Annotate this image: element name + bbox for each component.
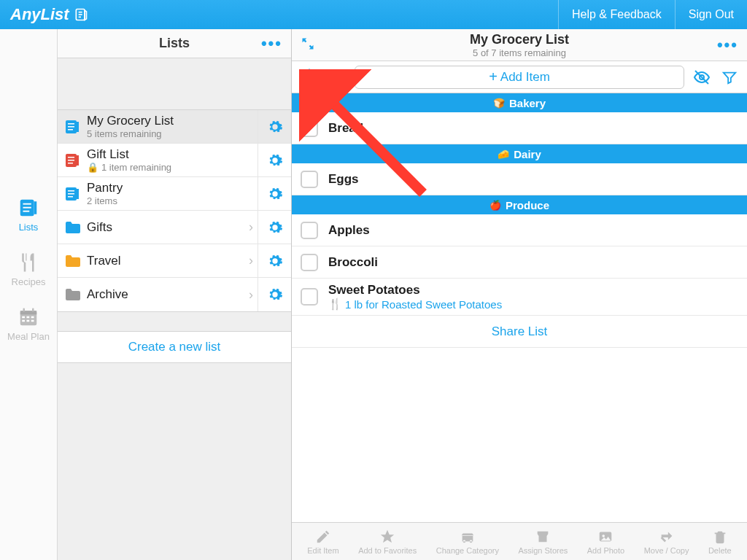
bread-icon: 🍞 <box>493 98 505 109</box>
item-checkbox[interactable] <box>301 120 318 137</box>
chevron-right-icon: › <box>244 253 258 268</box>
list-row[interactable]: Travel› <box>58 244 291 278</box>
detail-toolbar: + Add Item <box>292 61 747 93</box>
calendar-icon <box>18 306 39 328</box>
list-settings-button[interactable] <box>258 144 291 177</box>
nav-lists[interactable]: Lists <box>18 197 39 233</box>
list-item[interactable]: Apples <box>292 214 747 246</box>
move-copy-button[interactable]: Move / Copy <box>644 529 689 555</box>
item-name: Bread <box>328 121 363 136</box>
apple-icon: 🍎 <box>489 200 501 211</box>
svg-rect-6 <box>23 203 31 205</box>
nav-lists-label: Lists <box>19 222 39 233</box>
item-checkbox[interactable] <box>301 171 318 188</box>
list-item[interactable]: Broccoli <box>292 246 747 279</box>
svg-rect-20 <box>77 122 79 132</box>
app-name: AnyList <box>10 5 69 24</box>
category-header[interactable]: 🧀Dairy <box>292 144 747 163</box>
recipe-icon: 🍴 <box>328 298 342 311</box>
svg-rect-16 <box>22 320 25 322</box>
add-item-input[interactable]: + Add Item <box>355 66 684 89</box>
assign-stores-button[interactable]: Assign Stores <box>518 529 568 555</box>
chevron-right-icon: › <box>244 287 258 303</box>
cheese-icon: 🧀 <box>498 149 509 160</box>
lists-icon <box>18 197 39 219</box>
svg-rect-13 <box>22 316 25 319</box>
fav-label: Add to Favorites <box>358 546 417 555</box>
nav-recipes-label: Recipes <box>12 276 46 287</box>
list-row[interactable]: Archive› <box>58 278 291 311</box>
add-favorites-button[interactable]: Add to Favorites <box>358 529 417 555</box>
list-row[interactable]: My Grocery List5 items remaining <box>58 110 291 144</box>
list-row-title: Gift List <box>87 147 258 162</box>
item-list: 🍞BakeryBread🧀DairyEggs🍎ProduceApplesBroc… <box>292 93 747 522</box>
list-row-icon <box>58 252 87 270</box>
create-list-button[interactable]: Create a new list <box>58 331 291 363</box>
item-checkbox[interactable] <box>301 288 318 306</box>
list-settings-button[interactable] <box>258 278 291 311</box>
list-row[interactable]: Gift List🔒1 item remaining <box>58 144 291 177</box>
svg-rect-33 <box>68 196 73 198</box>
cat-label: Change Category <box>436 546 499 555</box>
add-photo-button[interactable]: Add Photo <box>587 529 624 555</box>
list-row-title: My Grocery List <box>87 114 258 128</box>
item-checkbox[interactable] <box>301 222 318 239</box>
list-settings-button[interactable] <box>258 110 291 144</box>
nav-meal-plan[interactable]: Meal Plan <box>7 306 50 342</box>
edit-item-label: Edit Item <box>307 546 338 555</box>
recent-icon[interactable] <box>327 67 347 88</box>
delete-button[interactable]: Delete <box>708 529 732 555</box>
expand-icon[interactable] <box>301 36 315 54</box>
share-list-button[interactable]: Share List <box>292 316 747 348</box>
list-settings-button[interactable] <box>258 244 291 278</box>
svg-rect-21 <box>68 123 74 125</box>
lock-icon: 🔒 <box>87 162 98 173</box>
category-name: Bakery <box>509 97 546 109</box>
lists-title: Lists <box>159 36 190 51</box>
svg-rect-15 <box>31 316 34 319</box>
svg-rect-27 <box>68 160 74 161</box>
svg-point-40 <box>603 534 605 537</box>
list-row[interactable]: Gifts› <box>58 211 291 244</box>
list-row-icon <box>58 219 87 236</box>
photo-label: Add Photo <box>587 546 624 555</box>
hide-icon[interactable] <box>692 67 712 88</box>
nav-recipes[interactable]: Recipes <box>12 252 46 287</box>
nav-rail: Lists Recipes Meal Plan <box>0 29 58 560</box>
svg-rect-5 <box>34 201 37 214</box>
list-settings-button[interactable] <box>258 211 291 244</box>
lists-more-button[interactable]: ••• <box>261 34 282 53</box>
change-category-button[interactable]: Change Category <box>436 529 499 555</box>
detail-title: My Grocery List <box>292 32 747 47</box>
help-feedback-button[interactable]: Help & Feedback <box>558 0 675 29</box>
list-row-sub: 🔒1 item remaining <box>87 162 258 173</box>
svg-rect-12 <box>32 308 34 312</box>
list-row-icon <box>58 185 87 203</box>
favorites-icon[interactable] <box>299 67 320 88</box>
stores-label: Assign Stores <box>518 546 568 555</box>
list-item[interactable]: Eggs <box>292 163 747 195</box>
edit-item-button[interactable]: Edit Item <box>307 529 338 555</box>
category-name: Dairy <box>514 148 541 160</box>
list-row-title: Pantry <box>87 181 258 195</box>
svg-marker-38 <box>381 529 394 542</box>
sign-out-button[interactable]: Sign Out <box>675 0 747 29</box>
list-row-title: Travel <box>87 254 244 268</box>
category-header[interactable]: 🍞Bakery <box>292 93 747 112</box>
category-header[interactable]: 🍎Produce <box>292 195 747 214</box>
svg-rect-17 <box>27 320 30 322</box>
svg-rect-18 <box>31 320 34 322</box>
item-name: Sweet Potatoes <box>328 283 502 298</box>
list-item[interactable]: Bread <box>292 112 747 144</box>
move-label: Move / Copy <box>644 546 689 555</box>
list-row-icon <box>58 286 87 303</box>
list-row[interactable]: Pantry2 items <box>58 177 291 211</box>
filter-icon[interactable] <box>719 67 740 88</box>
detail-more-button[interactable]: ••• <box>717 36 738 55</box>
list-settings-button[interactable] <box>258 177 291 211</box>
list-item[interactable]: Sweet Potatoes🍴1 lb for Roasted Sweet Po… <box>292 279 747 316</box>
svg-rect-30 <box>77 189 79 199</box>
lists-column: Lists ••• My Grocery List5 items remaini… <box>58 29 292 560</box>
list-row-sub: 2 items <box>87 195 258 206</box>
item-checkbox[interactable] <box>301 254 318 271</box>
